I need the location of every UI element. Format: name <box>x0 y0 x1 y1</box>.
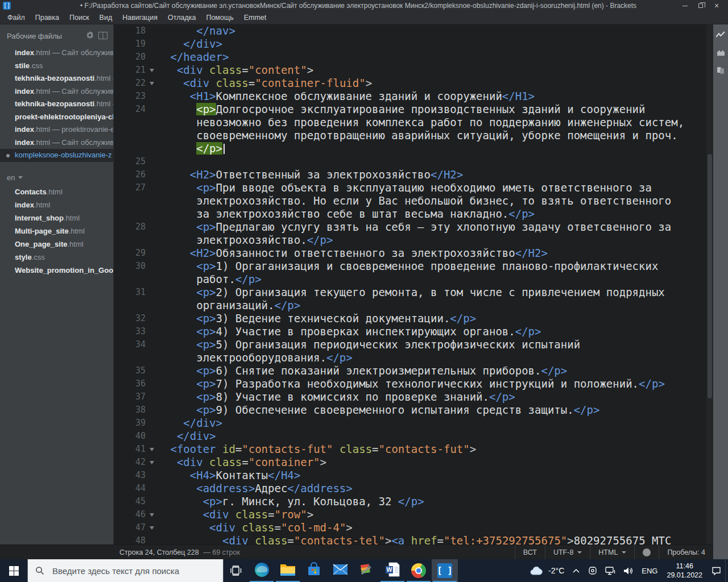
project-file-item[interactable]: One_page_site.html <box>0 238 113 251</box>
file-explorer-taskbar-button[interactable] <box>275 559 301 582</box>
action-center-icon[interactable] <box>708 559 725 582</box>
project-file-item[interactable]: Contacts.html <box>0 185 113 198</box>
gear-icon[interactable] <box>86 31 94 41</box>
code-line[interactable]: электрооборудования.</p> <box>114 351 713 364</box>
image-tool-taskbar-button[interactable] <box>353 559 379 582</box>
close-button[interactable]: ✕ <box>709 0 725 11</box>
code-line[interactable]: 42<div class="container"> <box>114 456 713 469</box>
encoding-select[interactable]: UTF-8 <box>545 545 590 559</box>
code-line[interactable]: 35<p>6) Снятие показаний электроизмерите… <box>114 364 713 377</box>
code-line[interactable]: 21<div class="content"> <box>114 64 713 77</box>
microsoft-store-taskbar-button[interactable] <box>301 559 327 582</box>
working-file-item[interactable]: tekhnika-bezopasnosti.html – <box>0 98 113 111</box>
project-file-item[interactable]: Internet_shop.html <box>0 211 113 225</box>
word-taskbar-button[interactable]: W <box>379 559 406 582</box>
horizontal-split-icon[interactable] <box>98 32 107 41</box>
code-line[interactable]: 31<p>2) Организация текущего ремонта, в … <box>114 286 713 299</box>
code-editor[interactable]: 18</nav>19</div>20</header>21<div class=… <box>114 24 713 544</box>
fold-arrow-icon[interactable] <box>150 448 154 451</box>
lint-status[interactable] <box>634 545 659 559</box>
code-line[interactable]: 47<div class="col-md-4"> <box>114 521 713 534</box>
menu-item-файл[interactable]: Файл <box>2 11 30 24</box>
fold-arrow-icon[interactable] <box>150 461 154 464</box>
code-line[interactable]: работ.</p> <box>114 273 713 286</box>
code-line[interactable]: своевременному предотвращению аварийных … <box>114 129 713 142</box>
code-line[interactable]: 48<div class="contacts-tel"><a href="tel… <box>114 534 713 544</box>
chevron-up-icon[interactable] <box>568 559 584 582</box>
working-file-item[interactable]: kompleksnoe-obsluzhivanie-z <box>0 149 113 162</box>
clock[interactable]: 11:4629.01.2022 <box>661 559 708 582</box>
working-file-item[interactable]: tekhnika-bezopasnosti.html – <box>0 72 113 85</box>
weather-cloud-icon[interactable]: -2°C <box>526 559 568 582</box>
code-line[interactable]: за электрохозяйство себе в штат весьма н… <box>114 207 713 221</box>
code-line[interactable]: 29<H2>Обязанности ответственного за элек… <box>114 247 713 260</box>
code-line[interactable]: 34<p>5) Организация периодических электр… <box>114 338 713 351</box>
code-line[interactable]: 28<p>Предлагаю услугу взять на себя — эт… <box>114 221 713 234</box>
code-line[interactable]: 38<p>9) Обеспечение своевременного испыт… <box>114 404 713 417</box>
scrollbar-thumb[interactable] <box>708 154 712 398</box>
working-file-item[interactable]: index.html — Сайт обслуживан <box>0 47 113 60</box>
code-line[interactable]: </p> <box>114 142 713 155</box>
code-line[interactable]: 43<H4>Контакты</H4> <box>114 469 713 482</box>
code-line[interactable]: 32<p>3) Ведение технической документации… <box>114 312 713 325</box>
menu-item-emmet[interactable]: Emmet <box>239 11 272 24</box>
documents-icon[interactable] <box>717 66 725 77</box>
code-line[interactable]: 46<div class="row"> <box>114 508 713 521</box>
code-line[interactable]: 39</div> <box>114 417 713 430</box>
menu-item-вид[interactable]: Вид <box>94 11 118 24</box>
keyboard-language[interactable]: ENG <box>638 559 661 582</box>
code-line[interactable]: организаций.</p> <box>114 299 713 312</box>
code-line[interactable]: 30<p>1) Оргаганизация и своевременное пр… <box>114 260 713 273</box>
project-file-item[interactable]: Multi-page_site.html <box>0 225 113 238</box>
code-line[interactable]: 22<div class="container-fluid"> <box>114 77 713 90</box>
code-line[interactable]: 18</nav> <box>114 24 713 38</box>
working-file-item[interactable]: index.html — Сайт обслуживан <box>0 136 113 149</box>
indentation-setting[interactable]: Пробелы: 4 <box>659 545 713 559</box>
code-line[interactable]: 44<address>Адрес</address> <box>114 482 713 495</box>
project-file-item[interactable]: Website_promotion_in_Google.h <box>0 264 113 277</box>
code-line[interactable]: 25 <box>114 155 713 168</box>
code-line[interactable]: 20</header> <box>114 51 713 64</box>
working-file-item[interactable]: index.html — Сайт обслуживан <box>0 85 113 98</box>
code-line[interactable]: 26<H2>Ответственный за электрохозяйство<… <box>114 168 713 181</box>
editor-scrollbar[interactable] <box>706 24 713 544</box>
code-line[interactable]: 24<p>Долгосрочное эксплуатирование произ… <box>114 103 713 116</box>
fold-arrow-icon[interactable] <box>150 69 154 72</box>
code-line[interactable]: 27<p>При вводе объекта в эксплуатацию не… <box>114 181 713 194</box>
code-line[interactable]: электрохозяйство. Но если у Вас небольшо… <box>114 194 713 207</box>
fold-arrow-icon[interactable] <box>150 526 154 530</box>
brackets-taskbar-button[interactable]: [ ] <box>432 559 458 582</box>
code-line[interactable]: 23<H1>Комплексное обслуживание зданий и … <box>114 90 713 103</box>
code-line[interactable]: 33<p>4) Участие в проверках инспектирующ… <box>114 325 713 338</box>
device-icon[interactable] <box>584 559 601 582</box>
minimize-button[interactable] <box>677 0 693 11</box>
insert-mode-toggle[interactable]: ВСТ <box>515 545 545 559</box>
project-file-item[interactable]: style.css <box>0 251 113 264</box>
code-line[interactable]: невозможно без проведения комплекса рабо… <box>114 116 713 129</box>
project-file-item[interactable]: index.html <box>0 198 113 211</box>
search-input[interactable] <box>51 566 210 576</box>
show-desktop-button[interactable] <box>725 559 728 582</box>
edge-taskbar-button[interactable] <box>249 559 275 582</box>
menu-item-навигация[interactable]: Навигация <box>117 11 163 24</box>
working-file-item[interactable]: stile.css <box>0 60 113 73</box>
menu-item-отладка[interactable]: Отладка <box>163 11 201 24</box>
working-file-item[interactable]: proekt-ehlektrootopleniya-cha <box>0 111 113 124</box>
live-preview-icon[interactable] <box>716 30 725 40</box>
menu-item-правка[interactable]: Правка <box>30 11 64 24</box>
language-select[interactable]: HTML <box>590 545 634 559</box>
fold-arrow-icon[interactable] <box>150 513 154 517</box>
code-line[interactable]: 19</div> <box>114 38 713 51</box>
code-line[interactable]: 45<p>г. Минск, ул. Кольцова, 32 </p> <box>114 495 713 508</box>
volume-icon[interactable] <box>619 559 638 582</box>
code-line[interactable]: 37<p>8) Участие в комиссиях по проверке … <box>114 390 713 404</box>
code-line[interactable]: 40</div> <box>114 430 713 443</box>
mail-taskbar-button[interactable] <box>327 559 353 582</box>
network-icon[interactable] <box>601 559 619 582</box>
code-line[interactable]: электрохозяйство.</p> <box>114 234 713 247</box>
extensions-brick-icon[interactable] <box>717 48 725 59</box>
menu-item-поиск[interactable]: Поиск <box>64 11 94 24</box>
working-file-item[interactable]: index.html — proektirovanie-elek <box>0 123 113 136</box>
menu-item-помощь[interactable]: Помощь <box>201 11 238 24</box>
chrome-taskbar-button[interactable] <box>406 559 432 582</box>
